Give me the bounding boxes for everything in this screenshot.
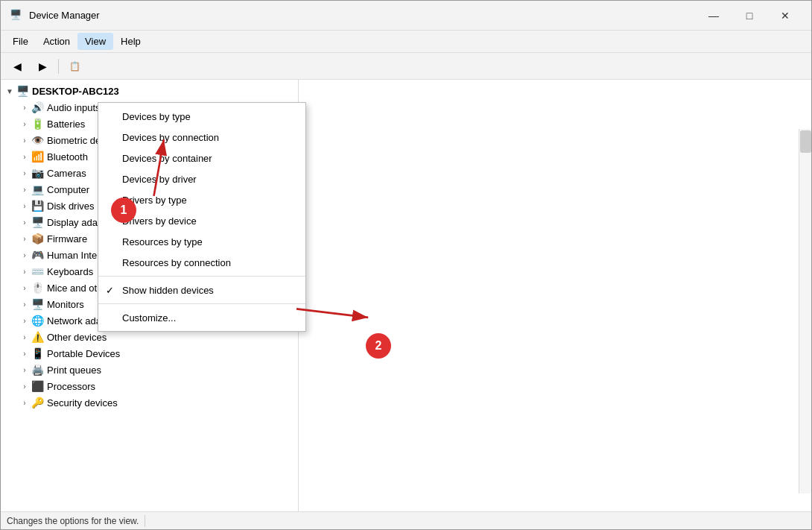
- properties-button[interactable]: 📋: [63, 56, 86, 77]
- tree-item-label: Print queues: [47, 365, 101, 376]
- chevron-icon[interactable]: ›: [19, 200, 31, 212]
- tree-root-label: DESKTOP-ABC123: [32, 86, 119, 97]
- right-panel: [299, 80, 811, 511]
- chevron-icon[interactable]: ›: [19, 216, 31, 228]
- status-bar: Changes the options for the view.: [1, 511, 811, 529]
- tree-item-label: Firmware: [47, 233, 87, 245]
- tree-item-icon: 🔋: [31, 117, 44, 130]
- title-bar-controls: — □ ✕: [697, 4, 802, 27]
- tree-item-icon: 🖨️: [31, 363, 44, 376]
- menu-item-drivers-by-type[interactable]: Drivers by type: [98, 189, 305, 210]
- checkmark-icon: ✓: [106, 285, 114, 296]
- menu-view[interactable]: View: [77, 33, 113, 50]
- list-item[interactable]: › 📱 Portable Devices: [1, 345, 298, 362]
- menu-item-devices-by-connection[interactable]: Devices by connection: [98, 127, 305, 148]
- tree-item-icon: 🔑: [31, 396, 44, 409]
- menu-item-devices-by-type[interactable]: Devices by type: [98, 106, 305, 127]
- forward-button[interactable]: ▶: [31, 56, 54, 77]
- toolbar-separator: [58, 59, 59, 74]
- tree-root-item[interactable]: ▼ 🖥️ DESKTOP-ABC123: [1, 83, 298, 99]
- chevron-icon[interactable]: ›: [19, 233, 31, 245]
- app-icon: 🖥️: [10, 9, 23, 22]
- title-bar: 🖥️ Device Manager — □ ✕: [1, 1, 811, 31]
- chevron-icon[interactable]: ›: [19, 298, 31, 310]
- devices-by-driver-label: Devices by driver: [122, 174, 197, 185]
- tree-item-icon: 🖥️: [31, 215, 44, 229]
- menu-help[interactable]: Help: [113, 33, 148, 50]
- menu-action[interactable]: Action: [36, 33, 77, 50]
- tree-item-icon: 📱: [31, 347, 44, 360]
- tree-item-icon: 📷: [31, 166, 44, 180]
- chevron-icon[interactable]: ›: [19, 282, 31, 294]
- main-window: 🖥️ Device Manager — □ ✕ File Action View…: [0, 0, 812, 530]
- tree-item-icon: 📦: [31, 232, 44, 245]
- chevron-icon[interactable]: ›: [19, 134, 31, 146]
- devices-by-type-label: Devices by type: [122, 111, 191, 122]
- status-text: Changes the options for the view.: [7, 516, 139, 526]
- chevron-icon[interactable]: ›: [19, 397, 31, 408]
- tree-item-label: Portable Devices: [47, 348, 120, 359]
- tree-item-icon: 🎮: [31, 248, 44, 262]
- scrollbar[interactable]: [799, 129, 811, 493]
- tree-item-icon: 📶: [31, 150, 44, 163]
- chevron-icon[interactable]: ›: [19, 265, 31, 277]
- status-bar-divider: [145, 515, 145, 527]
- drivers-by-type-label: Drivers by type: [122, 195, 187, 206]
- chevron-icon[interactable]: ›: [19, 118, 31, 130]
- tree-item-icon: ⬛: [31, 379, 44, 393]
- resources-by-type-label: Resources by type: [122, 236, 203, 247]
- tree-item-label: Processors: [47, 381, 95, 392]
- dropdown-separator-2: [98, 303, 305, 304]
- menu-item-show-hidden-devices[interactable]: ✓ Show hidden devices: [98, 280, 305, 300]
- tree-item-label: Disk drives: [47, 201, 95, 212]
- chevron-icon[interactable]: ›: [19, 380, 31, 392]
- chevron-icon[interactable]: ›: [19, 331, 31, 343]
- list-item[interactable]: › 🔑 Security devices: [1, 394, 298, 411]
- menu-bar: File Action View Help: [1, 31, 811, 53]
- chevron-icon[interactable]: ›: [19, 249, 31, 261]
- view-dropdown-menu: Devices by type Devices by connection De…: [98, 102, 306, 332]
- chevron-icon[interactable]: ›: [19, 364, 31, 376]
- tree-item-label: Batteries: [47, 119, 85, 130]
- close-button[interactable]: ✕: [768, 4, 802, 27]
- chevron-icon[interactable]: ›: [19, 347, 31, 359]
- tree-item-label: Bluetooth: [47, 151, 88, 163]
- chevron-icon[interactable]: ›: [19, 183, 31, 195]
- devices-by-container-label: Devices by container: [122, 153, 212, 164]
- tree-item-icon: 🖥️: [31, 297, 44, 311]
- tree-item-icon: 🌐: [31, 314, 44, 327]
- tree-item-icon: 👁️: [31, 133, 44, 147]
- menu-item-resources-by-connection[interactable]: Resources by connection: [98, 252, 305, 273]
- list-item[interactable]: › 🖨️ Print queues: [1, 362, 298, 378]
- window-title: Device Manager: [29, 10, 697, 21]
- minimize-button[interactable]: —: [697, 4, 731, 27]
- menu-item-drivers-by-device[interactable]: Drivers by device: [98, 210, 305, 231]
- content-area: ▼ 🖥️ DESKTOP-ABC123 › 🔊 Audio inputs and…: [1, 80, 811, 511]
- tree-item-icon: 🔊: [31, 101, 44, 114]
- list-item[interactable]: › ⬛ Processors: [1, 378, 298, 394]
- tree-item-label: Computer: [47, 184, 89, 195]
- menu-item-devices-by-driver[interactable]: Devices by driver: [98, 168, 305, 189]
- tree-item-icon: 💾: [31, 199, 44, 212]
- menu-item-resources-by-type[interactable]: Resources by type: [98, 231, 305, 252]
- tree-item-label: Security devices: [47, 397, 118, 408]
- tree-item-label: Keyboards: [47, 266, 93, 277]
- tree-item-icon: 🖱️: [31, 281, 44, 294]
- chevron-icon[interactable]: ›: [19, 101, 31, 113]
- tree-root-icon: 🖥️: [16, 84, 29, 98]
- menu-item-customize[interactable]: Customize...: [98, 307, 305, 328]
- chevron-icon[interactable]: ›: [19, 315, 31, 326]
- tree-item-icon: 💻: [31, 183, 44, 196]
- chevron-icon[interactable]: ›: [19, 167, 31, 179]
- menu-item-devices-by-container[interactable]: Devices by container: [98, 148, 305, 168]
- chevron-icon[interactable]: ›: [19, 151, 31, 163]
- maximize-button[interactable]: □: [732, 4, 767, 27]
- resources-by-connection-label: Resources by connection: [122, 257, 231, 268]
- back-button[interactable]: ◀: [5, 56, 29, 77]
- toolbar: ◀ ▶ 📋: [1, 53, 811, 80]
- tree-item-icon: ⌨️: [31, 265, 44, 278]
- menu-file[interactable]: File: [5, 33, 36, 50]
- tree-expand-root[interactable]: ▼: [4, 85, 16, 97]
- show-hidden-devices-label: Show hidden devices: [122, 285, 214, 296]
- tree-item-label: Other devices: [47, 332, 107, 343]
